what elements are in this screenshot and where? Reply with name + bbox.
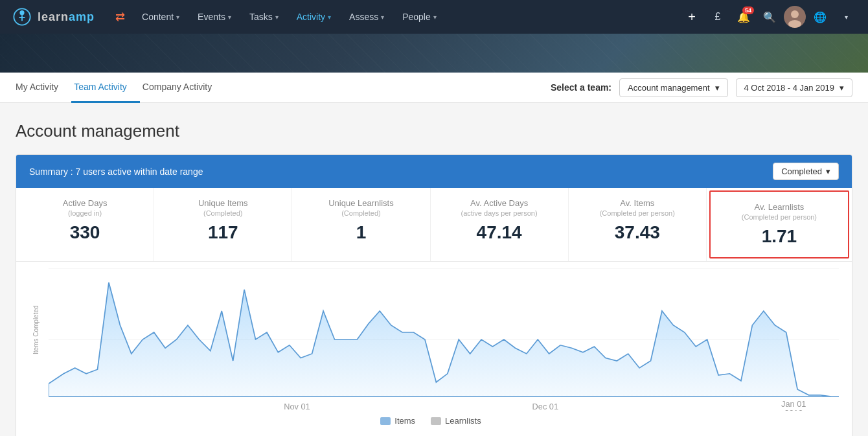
notification-badge: 54 xyxy=(742,6,754,14)
stat-unique-items: Unique Items (Completed) 117 xyxy=(154,188,292,261)
svg-point-6 xyxy=(788,20,801,28)
navbar-actions: + £ 🔔 54 🔍 🌐 ▾ xyxy=(680,5,858,29)
nav-tasks[interactable]: Tasks ▾ xyxy=(240,0,288,34)
logo[interactable]: learnamp xyxy=(10,5,95,29)
stat-av-active-days: Av. Active Days (active days per person)… xyxy=(431,188,569,261)
stat-unique-learnlists: Unique Learnlists (Completed) 1 xyxy=(292,188,430,261)
logo-text: learnamp xyxy=(38,10,95,24)
stat-value-unique-items: 117 xyxy=(162,222,284,243)
tabs-nav: My Activity Team Activity Company Activi… xyxy=(16,73,551,102)
stat-label-unique-items: Unique Items xyxy=(162,198,284,208)
content-chevron-icon: ▾ xyxy=(176,14,179,21)
avatar[interactable] xyxy=(784,6,806,28)
stat-sub-av-items: (Completed per person) xyxy=(577,209,698,217)
chart-svg: 10 5 0 Nov 01 xyxy=(49,268,839,411)
stat-label-active-days: Active Days xyxy=(24,198,146,208)
stat-value-av-items: 37.43 xyxy=(577,222,698,243)
svg-text:Dec 01: Dec 01 xyxy=(532,402,559,411)
svg-point-1 xyxy=(19,10,24,15)
stat-sub-av-learnlists: (Completed per person) xyxy=(718,213,840,221)
people-chevron-icon: ▾ xyxy=(433,14,437,21)
stat-value-active-days: 330 xyxy=(24,222,146,243)
hero-banner xyxy=(0,34,868,73)
stat-active-days: Active Days (logged in) 330 xyxy=(16,188,154,261)
navbar: learnamp ⇄ Content ▾ Events ▾ Tasks ▾ Ac… xyxy=(0,0,868,34)
tab-company-activity[interactable]: Company Activity xyxy=(140,73,225,103)
summary-text: Summary : 7 users active within date ran… xyxy=(29,166,203,177)
learnlists-legend-label: Learnlists xyxy=(445,416,481,426)
tasks-chevron-icon: ▾ xyxy=(275,14,279,21)
shuffle-icon[interactable]: ⇄ xyxy=(108,10,133,24)
chart-svg-wrapper: 10 5 0 Nov 01 xyxy=(49,268,839,411)
search-icon: 🔍 xyxy=(763,11,776,23)
nav-people[interactable]: People ▾ xyxy=(393,0,446,34)
completed-button[interactable]: Completed ▾ xyxy=(773,163,839,180)
nav-assess[interactable]: Assess ▾ xyxy=(340,0,393,34)
legend-items[interactable]: Items xyxy=(380,416,415,426)
nav-activity[interactable]: Activity ▾ xyxy=(288,0,340,34)
summary-card: Summary : 7 users active within date ran… xyxy=(16,154,852,436)
globe-button[interactable]: 🌐 xyxy=(808,5,832,29)
team-dropdown[interactable]: Account management ▾ xyxy=(619,78,727,97)
main-nav: Content ▾ Events ▾ Tasks ▾ Activity ▾ As… xyxy=(133,0,680,34)
stat-sub-unique-learnlists: (Completed) xyxy=(300,209,422,217)
nav-events[interactable]: Events ▾ xyxy=(188,0,240,34)
date-dropdown[interactable]: 4 Oct 2018 - 4 Jan 2019 ▾ xyxy=(736,78,852,97)
stat-sub-av-active-days: (active days per person) xyxy=(439,209,560,217)
date-dropdown-chevron-icon: ▾ xyxy=(839,83,844,93)
svg-text:2019: 2019 xyxy=(784,409,803,411)
stats-row: Active Days (logged in) 330 Unique Items… xyxy=(16,188,852,262)
activity-chevron-icon: ▾ xyxy=(328,14,331,21)
page-title: Account management xyxy=(16,121,852,141)
stat-sub-unique-items: (Completed) xyxy=(162,209,284,217)
tabs-bar: My Activity Team Activity Company Activi… xyxy=(0,73,868,103)
completed-chevron-icon: ▾ xyxy=(826,166,830,176)
stat-label-av-learnlists: Av. Learnlists xyxy=(718,202,840,212)
chart-legend: Items Learnlists xyxy=(23,411,839,433)
team-dropdown-chevron-icon: ▾ xyxy=(715,83,720,93)
svg-text:Jan 01: Jan 01 xyxy=(781,400,806,409)
stat-value-av-active-days: 47.14 xyxy=(439,222,560,243)
stat-label-unique-learnlists: Unique Learnlists xyxy=(300,198,422,208)
pound-button[interactable]: £ xyxy=(706,5,729,29)
tab-team-activity[interactable]: Team Activity xyxy=(71,73,140,103)
stat-sub-active-days: (logged in) xyxy=(24,209,146,217)
events-chevron-icon: ▾ xyxy=(228,14,231,21)
learnlists-legend-icon xyxy=(431,417,441,425)
items-legend-label: Items xyxy=(394,416,415,426)
assess-chevron-icon: ▾ xyxy=(381,14,384,21)
main-content: Account management Summary : 7 users act… xyxy=(0,103,868,436)
legend-learnlists[interactable]: Learnlists xyxy=(431,416,481,426)
search-button[interactable]: 🔍 xyxy=(758,5,781,29)
stat-av-learnlists: Av. Learnlists (Completed per person) 1.… xyxy=(709,190,849,258)
nav-content[interactable]: Content ▾ xyxy=(133,0,188,34)
svg-point-5 xyxy=(791,10,799,18)
chart-y-label: Items Completed xyxy=(23,268,49,391)
tabs-controls: Select a team: Account management ▾ 4 Oc… xyxy=(551,78,852,97)
notifications-button[interactable]: 🔔 54 xyxy=(732,5,755,29)
chart-container: Items Completed 10 5 0 xyxy=(23,268,839,411)
stat-label-av-active-days: Av. Active Days xyxy=(439,198,560,208)
dropdown-arrow-button[interactable]: ▾ xyxy=(834,5,858,29)
stat-label-av-items: Av. Items xyxy=(577,198,698,208)
stat-av-items: Av. Items (Completed per person) 37.43 xyxy=(569,188,707,261)
globe-icon: 🌐 xyxy=(814,11,827,23)
items-legend-icon xyxy=(380,417,391,425)
add-button[interactable]: + xyxy=(680,5,703,29)
tab-my-activity[interactable]: My Activity xyxy=(16,73,71,103)
dropdown-arrow-icon: ▾ xyxy=(845,14,848,21)
select-team-label: Select a team: xyxy=(551,82,611,93)
summary-header: Summary : 7 users active within date ran… xyxy=(16,155,852,188)
chart-area: Items Completed 10 5 0 xyxy=(16,262,852,436)
stat-value-unique-learnlists: 1 xyxy=(300,222,422,243)
svg-text:Nov 01: Nov 01 xyxy=(284,402,310,411)
stat-value-av-learnlists: 1.71 xyxy=(718,226,840,247)
